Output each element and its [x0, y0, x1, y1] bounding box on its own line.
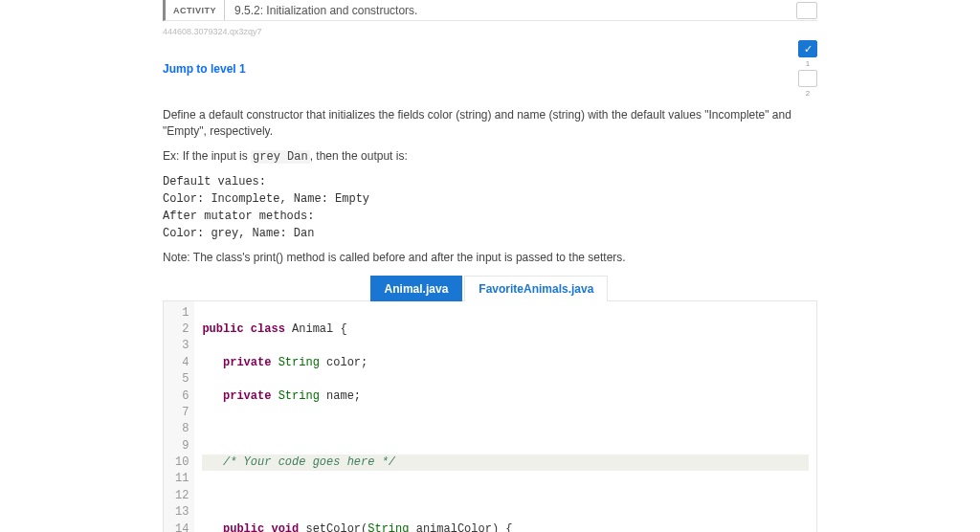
level-indicator: 1 2 [798, 40, 817, 98]
tab-favoriteanimals-java[interactable]: FavoriteAnimals.java [464, 276, 608, 301]
code-area[interactable]: public class Animal { private String col… [194, 301, 816, 532]
question-id: 444608.3079324.qx3zqy7 [163, 27, 817, 36]
level-2-badge[interactable] [798, 70, 817, 87]
level-2-number: 2 [806, 89, 810, 98]
activity-label: ACTIVITY [166, 0, 225, 20]
example-output: Default values: Color: Incomplete, Name:… [163, 173, 817, 242]
instruction-p2: Ex: If the input is grey Dan, then the o… [163, 148, 817, 166]
instructions: Define a default constructor that initia… [163, 107, 817, 267]
tab-animal-java[interactable]: Animal.java [370, 276, 463, 301]
activity-title: 9.5.2: Initialization and constructors. [225, 4, 417, 17]
instruction-p1: Define a default constructor that initia… [163, 107, 817, 141]
level-1-badge[interactable] [798, 40, 817, 57]
activity-header: ACTIVITY 9.5.2: Initialization and const… [163, 0, 817, 21]
example-input: grey Dan [251, 150, 310, 164]
file-tabs: Animal.java FavoriteAnimals.java [163, 275, 817, 300]
header-action-button[interactable] [796, 2, 817, 19]
line-gutter: 123456789101112131415 [164, 301, 194, 532]
level-1-number: 1 [806, 59, 810, 68]
jump-to-level-link[interactable]: Jump to level 1 [163, 62, 246, 76]
code-editor[interactable]: 123456789101112131415 public class Anima… [163, 300, 817, 532]
instruction-note: Note: The class's print() method is call… [163, 250, 817, 266]
